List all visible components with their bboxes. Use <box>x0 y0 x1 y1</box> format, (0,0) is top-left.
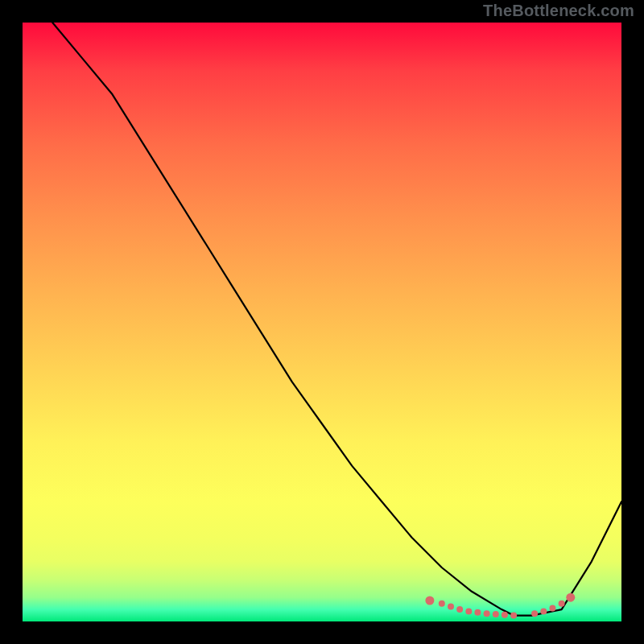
marker-dot <box>559 601 565 607</box>
chart-frame: TheBottleneck.com <box>0 0 644 644</box>
marker-dot <box>493 611 499 617</box>
marker-dot <box>540 608 547 614</box>
marker-dot <box>484 610 490 617</box>
marker-dot <box>439 601 445 607</box>
marker-dot <box>549 605 555 612</box>
marker-dot <box>465 608 472 614</box>
watermark-text: TheBottleneck.com <box>483 2 634 20</box>
marker-dot <box>502 612 508 618</box>
marker-dot <box>456 606 463 613</box>
curve-line <box>52 23 621 616</box>
plot-area <box>23 23 621 621</box>
marker-dot <box>448 603 454 609</box>
marker-dot <box>474 609 481 616</box>
marker-dot <box>510 613 517 619</box>
marker-dot <box>425 597 434 605</box>
chart-svg <box>23 23 621 621</box>
marker-group <box>425 593 575 619</box>
marker-dot <box>566 593 575 602</box>
marker-dot <box>531 610 538 617</box>
